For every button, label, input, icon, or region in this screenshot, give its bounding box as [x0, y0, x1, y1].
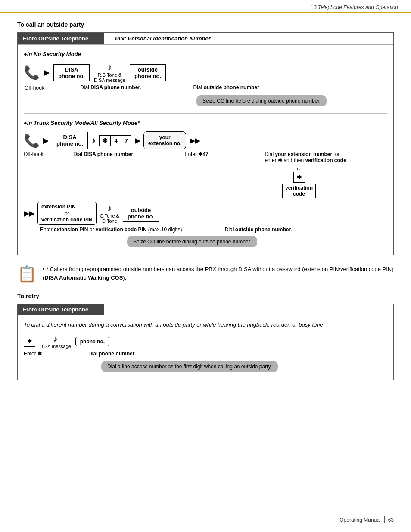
- retry-labels-row: Enter ✱. Dial phone number.: [24, 351, 387, 357]
- phone-no-box: phone no.: [75, 337, 109, 346]
- label-dial-phone: Dial phone number.: [88, 351, 136, 357]
- double-arrow-1: ▶▶: [190, 137, 200, 145]
- disa-key-1: DISA phone no.: [53, 64, 90, 81]
- diagram-box-header-2: From Outside Telephone: [18, 304, 104, 315]
- diagram-box-2: From Outside Telephone To dial a differe…: [17, 304, 394, 380]
- outside-key-1: outside phone no.: [130, 64, 166, 81]
- callout-bubble-2: Seize CO line before dialing outside pho…: [127, 236, 257, 247]
- page-footer: Operating Manual 63: [339, 516, 394, 523]
- retry-tone-block: ♪ DISA message: [40, 334, 71, 349]
- disa-box-1: DISA phone no.: [53, 64, 90, 81]
- sub2-flow-row-bottom: ▶▶ extension PIN or verification code PI…: [24, 202, 387, 225]
- phone-symbol-2: 📞: [24, 133, 40, 148]
- disa-box-2: DISA phone no.: [52, 132, 88, 149]
- sub1-flow-row: 📞 ▶ DISA phone no. ♪ R.B.Tone & DISA mes…: [24, 62, 387, 83]
- phone-symbol-1: 📞: [24, 65, 40, 80]
- verif-pin-label: verification code PIN: [41, 217, 93, 223]
- double-arrow-2: ▶▶: [24, 209, 34, 218]
- star-key: ✱: [99, 135, 111, 146]
- diagram-body-2: To dial a different number during a conv…: [18, 315, 393, 380]
- pin-note: PIN: Personal Identification Number: [111, 33, 215, 44]
- callout-bubble-3: Dial a line access number as the first d…: [101, 361, 278, 372]
- section1-title: To call an outside party: [17, 21, 394, 28]
- outside-box-2: outside phone no.: [123, 205, 159, 222]
- label-offhook-1: Off-hook.: [25, 84, 46, 91]
- label-disa-2: Dial DISA phone number.: [73, 151, 134, 157]
- star-4-7-group: ✱ 4 7: [99, 135, 131, 146]
- diagram-box-1: From Outside Telephone PIN: Personal Ide…: [17, 32, 394, 255]
- section2-title: To retry: [17, 292, 394, 299]
- label-enter-star-retry: Enter ✱.: [24, 351, 45, 357]
- or-star-verif: or ✱ verification code: [282, 166, 316, 198]
- sub2-flow-row-top: 📞 ▶ DISA phone no. ♪ ✱: [24, 131, 387, 149]
- disa-key-2: DISA phone no.: [52, 132, 88, 149]
- rb-tone-block-2: ♪: [91, 136, 96, 146]
- page-content: To call an outside party From Outside Te…: [0, 21, 411, 403]
- music-note-1: ♪: [107, 62, 112, 72]
- arrow-1: ▶: [44, 68, 49, 77]
- star-retry: ✱: [24, 336, 35, 347]
- or-label: or: [297, 166, 301, 171]
- callout-area-3: Dial a line access number as the first d…: [24, 361, 387, 372]
- music-note-4: ♪: [53, 334, 57, 344]
- pin-stacked-box: extension PIN or verification code PIN: [37, 202, 97, 225]
- retry-flow-row: ✱ ♪ DISA message phone no.: [24, 334, 387, 349]
- italic-note: To dial a different number during a conv…: [24, 321, 387, 328]
- footer-divider: [384, 516, 385, 523]
- star-key-2: ✱: [293, 172, 305, 183]
- label-enter-star47: Enter ✱47.: [184, 151, 215, 157]
- note-icon: 📋: [17, 265, 37, 283]
- music-note-3: ♪: [107, 203, 112, 213]
- sub2-labels-bottom: Enter extension PIN or verification code…: [24, 227, 387, 233]
- diagram-header-row-1: From Outside Telephone PIN: Personal Ide…: [18, 33, 393, 45]
- label-dial-outside-2: Dial outside phone number.: [225, 227, 293, 233]
- sub2-labels-top: Off-hook. Dial DISA phone number. Enter …: [24, 151, 387, 163]
- footer-label: Operating Manual: [339, 517, 380, 523]
- four-key: 4: [111, 135, 121, 146]
- rb-tone-block: ♪ R.B.Tone & DISA message: [94, 62, 125, 83]
- callout-bubble-1: Seize CO line before dialing outside pho…: [196, 95, 327, 106]
- callout-area-1: Seize CO line before dialing outside pho…: [24, 95, 387, 106]
- seven-key: 7: [121, 135, 131, 146]
- sub2-heading: ●In Trunk Security Mode/All Security Mod…: [24, 120, 387, 126]
- callout-area-2: Seize CO line before dialing outside pho…: [24, 236, 387, 247]
- arrow-3: ▶: [135, 137, 140, 145]
- tone-block: ♪ C.Tone & D.Tone: [100, 203, 119, 224]
- label-outside-1: Dial outside phone number.: [193, 84, 261, 90]
- ext-pin-label: extension PIN: [41, 204, 93, 210]
- diagram-box-header-1: From Outside Telephone: [18, 33, 104, 44]
- label-offhook-2: Off-hook.: [24, 151, 45, 157]
- label-ext-desc: Dial your extension number, or enter ✱ a…: [265, 151, 351, 163]
- your-ext-label: your extension no.: [148, 134, 181, 146]
- sep-1: [24, 113, 387, 114]
- music-note-2: ♪: [91, 136, 96, 146]
- or-verif-row: or ✱ verification code: [282, 166, 387, 198]
- sub1-labels-row: Off-hook. Dial DISA phone number. Dial o…: [24, 84, 387, 91]
- arrow-2: ▶: [43, 137, 48, 145]
- phone-icon-2: 📞: [24, 133, 40, 148]
- label-disa-1: Dial DISA phone number.: [80, 84, 141, 90]
- footer-page: 63: [388, 517, 394, 523]
- label-enter-ext: Enter extension PIN or verification code…: [40, 227, 184, 233]
- diagram-body-1: ●In No Security Mode 📞 ▶ DISA phone no.: [18, 45, 393, 255]
- diagram-header-row-2: From Outside Telephone: [18, 304, 393, 315]
- phone-icon-1: 📞: [24, 65, 40, 80]
- header-title: 1.3 Telephone Features and Operation: [309, 4, 398, 10]
- note-text: • * Callers from preprogrammed outside n…: [43, 265, 394, 282]
- note-section: 📋 • * Callers from preprogrammed outside…: [17, 265, 394, 283]
- or-label-2: or: [41, 211, 93, 216]
- verif-code-box: verification code: [282, 184, 316, 198]
- outside-key-2: outside phone no.: [123, 205, 159, 222]
- ext-or-verif-group: your extension no.: [143, 131, 186, 149]
- page-header: 1.3 Telephone Features and Operation: [0, 0, 411, 13]
- outside-box-1: outside phone no.: [130, 64, 166, 81]
- sub1-heading: ●In No Security Mode: [24, 51, 387, 57]
